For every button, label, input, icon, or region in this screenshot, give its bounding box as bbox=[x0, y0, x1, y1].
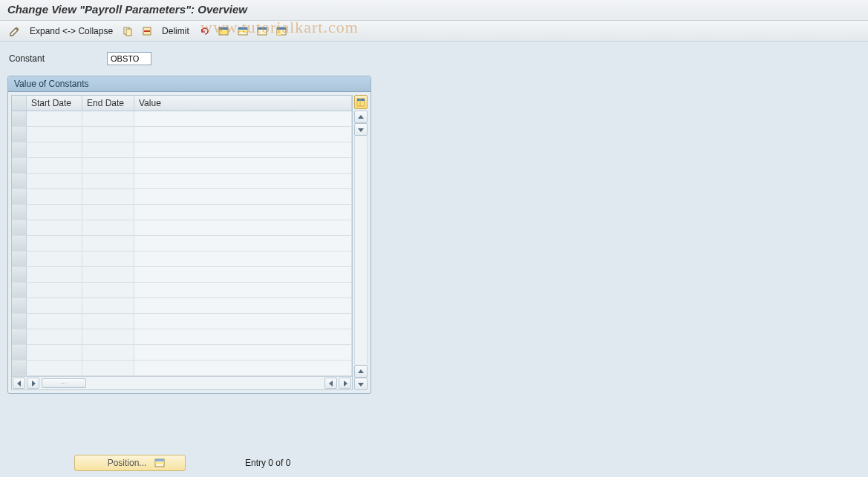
hscroll-right-inner-button[interactable] bbox=[27, 378, 39, 389]
configure-columns-icon[interactable] bbox=[354, 95, 368, 109]
cell-value[interactable] bbox=[134, 127, 352, 142]
hscroll-left-inner-button[interactable] bbox=[324, 378, 337, 389]
select-all-icon[interactable] bbox=[216, 24, 231, 39]
cell-start-date[interactable] bbox=[27, 205, 82, 220]
cell-end-date[interactable] bbox=[82, 267, 134, 282]
expand-collapse-button[interactable]: Expand <-> Collapse bbox=[27, 24, 116, 38]
cell-value[interactable] bbox=[134, 251, 352, 266]
cell-start-date[interactable] bbox=[27, 142, 82, 157]
cell-start-date[interactable] bbox=[27, 111, 82, 126]
row-selector[interactable] bbox=[12, 205, 27, 220]
cell-value[interactable] bbox=[134, 329, 352, 344]
row-selector[interactable] bbox=[12, 298, 27, 313]
cell-value[interactable] bbox=[134, 361, 352, 375]
row-selector[interactable] bbox=[12, 189, 27, 204]
svg-rect-19 bbox=[155, 462, 164, 464]
hscroll-left-button[interactable] bbox=[13, 378, 25, 389]
cell-end-date[interactable] bbox=[82, 251, 134, 266]
column-header-start-date[interactable]: Start Date bbox=[27, 96, 82, 111]
cell-end-date[interactable] bbox=[82, 283, 134, 297]
table-settings-icon[interactable] bbox=[274, 24, 289, 39]
cell-value[interactable] bbox=[134, 111, 352, 126]
vscroll-down-inner-button[interactable] bbox=[354, 123, 368, 136]
row-selector[interactable] bbox=[12, 127, 27, 142]
cell-start-date[interactable] bbox=[27, 314, 82, 329]
row-selector[interactable] bbox=[12, 314, 27, 329]
cell-start-date[interactable] bbox=[27, 127, 82, 142]
delimit-button[interactable]: Delimit bbox=[159, 24, 192, 38]
svg-rect-5 bbox=[219, 27, 228, 30]
row-selector[interactable] bbox=[12, 111, 27, 126]
position-button[interactable]: Position... bbox=[74, 455, 186, 471]
column-header-end-date[interactable]: End Date bbox=[82, 96, 134, 111]
row-selector[interactable] bbox=[12, 329, 27, 344]
cell-value[interactable] bbox=[134, 298, 352, 313]
cell-value[interactable] bbox=[134, 267, 352, 282]
row-selector[interactable] bbox=[12, 345, 27, 360]
cell-start-date[interactable] bbox=[27, 236, 82, 251]
vscroll-track[interactable] bbox=[354, 136, 368, 364]
constant-input[interactable] bbox=[107, 52, 151, 65]
row-selector[interactable] bbox=[12, 220, 27, 235]
row-selector[interactable] bbox=[12, 361, 27, 375]
cell-start-date[interactable] bbox=[27, 158, 82, 173]
cell-value[interactable] bbox=[134, 142, 352, 157]
cell-value[interactable] bbox=[134, 174, 352, 188]
cell-value[interactable] bbox=[134, 189, 352, 204]
cell-end-date[interactable] bbox=[82, 158, 134, 173]
cell-end-date[interactable] bbox=[82, 127, 134, 142]
row-selector[interactable] bbox=[12, 142, 27, 157]
cell-start-date[interactable] bbox=[27, 189, 82, 204]
hscroll-track[interactable] bbox=[88, 378, 324, 388]
cell-end-date[interactable] bbox=[82, 189, 134, 204]
copy-as-icon[interactable] bbox=[120, 24, 135, 39]
cell-end-date[interactable] bbox=[82, 205, 134, 220]
vscroll-down-button[interactable] bbox=[354, 378, 368, 390]
cell-value[interactable] bbox=[134, 314, 352, 329]
vscroll-up-inner-button[interactable] bbox=[354, 365, 368, 378]
header-row-selector[interactable] bbox=[12, 96, 27, 111]
cell-start-date[interactable] bbox=[27, 329, 82, 344]
cell-start-date[interactable] bbox=[27, 174, 82, 188]
cell-start-date[interactable] bbox=[27, 283, 82, 297]
row-selector[interactable] bbox=[12, 236, 27, 251]
deselect-all-icon[interactable] bbox=[255, 24, 270, 39]
undo-change-icon[interactable] bbox=[197, 24, 212, 39]
vscroll-up-button[interactable] bbox=[354, 111, 368, 123]
cell-end-date[interactable] bbox=[82, 345, 134, 360]
table-row bbox=[12, 283, 352, 298]
cell-end-date[interactable] bbox=[82, 298, 134, 313]
cell-value[interactable] bbox=[134, 205, 352, 220]
cell-end-date[interactable] bbox=[82, 220, 134, 235]
cell-end-date[interactable] bbox=[82, 111, 134, 126]
cell-start-date[interactable] bbox=[27, 220, 82, 235]
row-selector[interactable] bbox=[12, 267, 27, 282]
cell-start-date[interactable] bbox=[27, 267, 82, 282]
select-block-icon[interactable] bbox=[235, 24, 250, 39]
hscroll-right-button[interactable] bbox=[339, 378, 351, 389]
cell-start-date[interactable] bbox=[27, 251, 82, 266]
row-selector[interactable] bbox=[12, 251, 27, 266]
delete-icon[interactable] bbox=[140, 24, 154, 39]
column-header-value[interactable]: Value bbox=[134, 96, 352, 111]
toggle-display-change-icon[interactable] bbox=[7, 24, 22, 39]
cell-start-date[interactable] bbox=[27, 345, 82, 360]
hscroll-thumb[interactable]: ⋯ bbox=[42, 378, 86, 388]
row-selector[interactable] bbox=[12, 158, 27, 173]
svg-rect-1 bbox=[126, 29, 131, 36]
cell-end-date[interactable] bbox=[82, 174, 134, 188]
cell-value[interactable] bbox=[134, 220, 352, 235]
cell-value[interactable] bbox=[134, 283, 352, 297]
row-selector[interactable] bbox=[12, 283, 27, 297]
cell-value[interactable] bbox=[134, 345, 352, 360]
cell-end-date[interactable] bbox=[82, 329, 134, 344]
cell-start-date[interactable] bbox=[27, 361, 82, 375]
cell-end-date[interactable] bbox=[82, 361, 134, 375]
cell-value[interactable] bbox=[134, 236, 352, 251]
cell-end-date[interactable] bbox=[82, 314, 134, 329]
cell-end-date[interactable] bbox=[82, 142, 134, 157]
row-selector[interactable] bbox=[12, 174, 27, 188]
cell-value[interactable] bbox=[134, 158, 352, 173]
cell-end-date[interactable] bbox=[82, 236, 134, 251]
cell-start-date[interactable] bbox=[27, 298, 82, 313]
